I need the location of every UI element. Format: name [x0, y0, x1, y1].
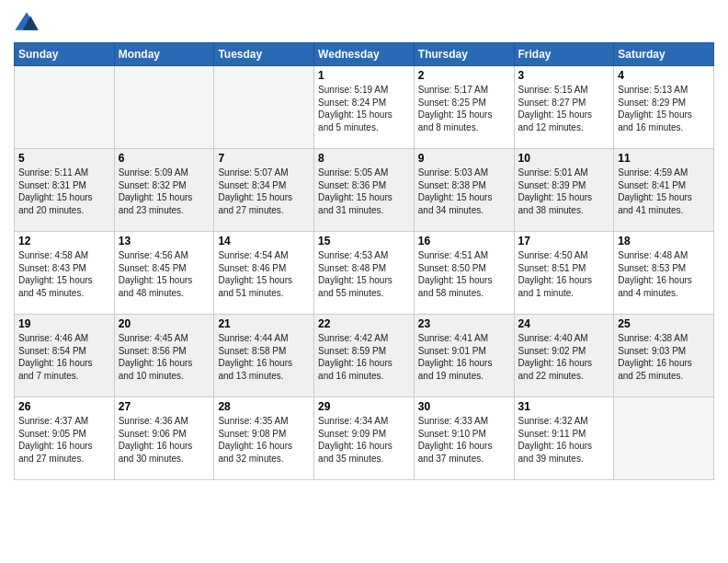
calendar-cell: 24Sunrise: 4:40 AMSunset: 9:02 PMDayligh… — [514, 315, 614, 397]
day-header-tuesday: Tuesday — [214, 43, 314, 66]
calendar-cell: 12Sunrise: 4:58 AMSunset: 8:43 PMDayligh… — [15, 232, 115, 315]
day-number: 13 — [119, 235, 210, 247]
day-info: Sunrise: 5:11 AMSunset: 8:31 PMDaylight:… — [18, 167, 110, 216]
day-number: 27 — [119, 400, 210, 413]
day-info: Sunrise: 5:07 AMSunset: 8:34 PMDaylight:… — [218, 167, 310, 216]
day-number: 5 — [18, 152, 110, 165]
calendar-cell — [214, 66, 314, 149]
calendar-cell: 3Sunrise: 5:15 AMSunset: 8:27 PMDaylight… — [514, 66, 614, 149]
day-number: 20 — [119, 317, 210, 330]
day-header-friday: Friday — [514, 43, 614, 66]
day-header-sunday: Sunday — [15, 43, 115, 66]
day-number: 19 — [18, 317, 110, 330]
day-info: Sunrise: 4:37 AMSunset: 9:05 PMDaylight:… — [18, 415, 110, 465]
calendar-cell: 29Sunrise: 4:34 AMSunset: 9:09 PMDayligh… — [314, 397, 415, 480]
day-number: 26 — [18, 400, 110, 413]
day-number: 4 — [618, 69, 710, 82]
week-row-2: 5Sunrise: 5:11 AMSunset: 8:31 PMDaylight… — [15, 149, 714, 232]
logo-icon — [14, 9, 40, 35]
calendar-cell: 11Sunrise: 4:59 AMSunset: 8:41 PMDayligh… — [614, 149, 714, 232]
calendar-cell: 10Sunrise: 5:01 AMSunset: 8:39 PMDayligh… — [514, 149, 614, 232]
calendar-cell: 26Sunrise: 4:37 AMSunset: 9:05 PMDayligh… — [15, 397, 115, 480]
calendar-cell: 1Sunrise: 5:19 AMSunset: 8:24 PMDaylight… — [314, 66, 415, 149]
day-number: 7 — [218, 152, 310, 165]
calendar-cell: 30Sunrise: 4:33 AMSunset: 9:10 PMDayligh… — [414, 397, 514, 480]
day-info: Sunrise: 5:17 AMSunset: 8:25 PMDaylight:… — [418, 84, 510, 133]
day-number: 30 — [418, 400, 510, 413]
calendar-cell — [15, 66, 115, 149]
day-number: 24 — [518, 317, 610, 330]
day-number: 1 — [318, 69, 410, 82]
calendar-cell: 28Sunrise: 4:35 AMSunset: 9:08 PMDayligh… — [214, 397, 314, 480]
day-number: 12 — [18, 235, 110, 247]
day-number: 14 — [218, 235, 310, 247]
day-info: Sunrise: 4:34 AMSunset: 9:09 PMDaylight:… — [318, 415, 410, 465]
day-info: Sunrise: 4:50 AMSunset: 8:51 PMDaylight:… — [518, 249, 610, 299]
day-info: Sunrise: 4:33 AMSunset: 9:10 PMDaylight:… — [418, 415, 510, 465]
day-info: Sunrise: 4:54 AMSunset: 8:46 PMDaylight:… — [218, 249, 310, 299]
week-row-5: 26Sunrise: 4:37 AMSunset: 9:05 PMDayligh… — [15, 397, 714, 480]
calendar-cell — [614, 397, 714, 480]
day-number: 8 — [318, 152, 410, 165]
logo — [14, 9, 41, 35]
day-info: Sunrise: 4:51 AMSunset: 8:50 PMDaylight:… — [418, 249, 510, 299]
day-number: 2 — [418, 69, 510, 82]
day-info: Sunrise: 4:53 AMSunset: 8:48 PMDaylight:… — [318, 249, 410, 299]
calendar-cell: 17Sunrise: 4:50 AMSunset: 8:51 PMDayligh… — [514, 232, 614, 315]
calendar-cell: 31Sunrise: 4:32 AMSunset: 9:11 PMDayligh… — [514, 397, 614, 480]
day-number: 31 — [518, 400, 610, 413]
day-info: Sunrise: 5:09 AMSunset: 8:32 PMDaylight:… — [119, 167, 210, 216]
day-number: 16 — [418, 235, 510, 247]
day-number: 11 — [618, 152, 710, 165]
day-info: Sunrise: 4:35 AMSunset: 9:08 PMDaylight:… — [218, 415, 310, 465]
day-number: 29 — [318, 400, 410, 413]
calendar-cell: 8Sunrise: 5:05 AMSunset: 8:36 PMDaylight… — [314, 149, 415, 232]
day-info: Sunrise: 4:41 AMSunset: 9:01 PMDaylight:… — [418, 332, 510, 382]
day-info: Sunrise: 5:13 AMSunset: 8:29 PMDaylight:… — [618, 84, 710, 133]
day-info: Sunrise: 4:38 AMSunset: 9:03 PMDaylight:… — [618, 332, 710, 382]
calendar-cell: 7Sunrise: 5:07 AMSunset: 8:34 PMDaylight… — [214, 149, 314, 232]
day-info: Sunrise: 4:40 AMSunset: 9:02 PMDaylight:… — [518, 332, 610, 382]
calendar-cell: 22Sunrise: 4:42 AMSunset: 8:59 PMDayligh… — [314, 315, 415, 397]
calendar-cell: 14Sunrise: 4:54 AMSunset: 8:46 PMDayligh… — [214, 232, 314, 315]
day-info: Sunrise: 4:58 AMSunset: 8:43 PMDaylight:… — [18, 249, 110, 299]
day-number: 17 — [518, 235, 610, 247]
week-row-4: 19Sunrise: 4:46 AMSunset: 8:54 PMDayligh… — [15, 315, 714, 397]
calendar-cell: 5Sunrise: 5:11 AMSunset: 8:31 PMDaylight… — [15, 149, 115, 232]
day-number: 10 — [518, 152, 610, 165]
day-header-thursday: Thursday — [414, 43, 514, 66]
calendar-cell: 23Sunrise: 4:41 AMSunset: 9:01 PMDayligh… — [414, 315, 514, 397]
calendar-cell: 16Sunrise: 4:51 AMSunset: 8:50 PMDayligh… — [414, 232, 514, 315]
day-info: Sunrise: 4:42 AMSunset: 8:59 PMDaylight:… — [318, 332, 410, 382]
calendar-cell: 18Sunrise: 4:48 AMSunset: 8:53 PMDayligh… — [614, 232, 714, 315]
calendar-cell: 4Sunrise: 5:13 AMSunset: 8:29 PMDaylight… — [614, 66, 714, 149]
day-info: Sunrise: 4:59 AMSunset: 8:41 PMDaylight:… — [618, 167, 710, 216]
week-row-1: 1Sunrise: 5:19 AMSunset: 8:24 PMDaylight… — [15, 66, 714, 149]
day-number: 9 — [418, 152, 510, 165]
day-info: Sunrise: 4:32 AMSunset: 9:11 PMDaylight:… — [518, 415, 610, 465]
day-info: Sunrise: 5:03 AMSunset: 8:38 PMDaylight:… — [418, 167, 510, 216]
page-header — [14, 9, 714, 35]
day-header-wednesday: Wednesday — [314, 43, 415, 66]
calendar-cell: 15Sunrise: 4:53 AMSunset: 8:48 PMDayligh… — [314, 232, 415, 315]
day-info: Sunrise: 5:01 AMSunset: 8:39 PMDaylight:… — [518, 167, 610, 216]
day-number: 22 — [318, 317, 410, 330]
day-info: Sunrise: 4:36 AMSunset: 9:06 PMDaylight:… — [119, 415, 210, 465]
day-header-saturday: Saturday — [614, 43, 714, 66]
day-number: 21 — [218, 317, 310, 330]
day-number: 18 — [618, 235, 710, 247]
day-info: Sunrise: 5:19 AMSunset: 8:24 PMDaylight:… — [318, 84, 410, 133]
header-row: SundayMondayTuesdayWednesdayThursdayFrid… — [15, 43, 714, 66]
calendar-cell: 19Sunrise: 4:46 AMSunset: 8:54 PMDayligh… — [15, 315, 115, 397]
calendar-cell: 25Sunrise: 4:38 AMSunset: 9:03 PMDayligh… — [614, 315, 714, 397]
day-info: Sunrise: 4:46 AMSunset: 8:54 PMDaylight:… — [18, 332, 110, 382]
calendar-cell: 20Sunrise: 4:45 AMSunset: 8:56 PMDayligh… — [114, 315, 214, 397]
day-info: Sunrise: 4:48 AMSunset: 8:53 PMDaylight:… — [618, 249, 710, 299]
calendar-cell — [114, 66, 214, 149]
day-number: 25 — [618, 317, 710, 330]
day-number: 28 — [218, 400, 310, 413]
calendar-cell: 2Sunrise: 5:17 AMSunset: 8:25 PMDaylight… — [414, 66, 514, 149]
day-info: Sunrise: 5:15 AMSunset: 8:27 PMDaylight:… — [518, 84, 610, 133]
calendar-cell: 13Sunrise: 4:56 AMSunset: 8:45 PMDayligh… — [114, 232, 214, 315]
day-header-monday: Monday — [114, 43, 214, 66]
